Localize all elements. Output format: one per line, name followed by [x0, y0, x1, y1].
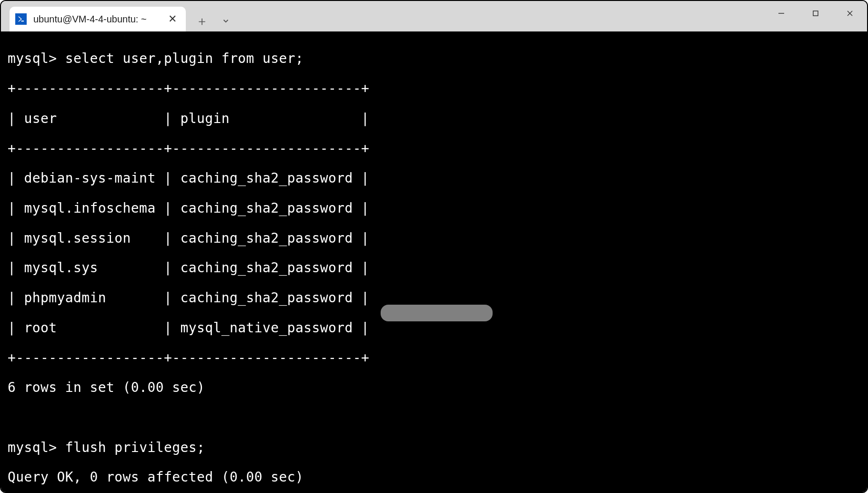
- table-row: | phpmyadmin | caching_sha2_password |: [8, 290, 860, 305]
- table-row: | mysql.session | caching_sha2_password …: [8, 231, 860, 246]
- chevron-down-icon: [222, 17, 230, 25]
- table-header: | user | plugin |: [8, 111, 860, 126]
- minimize-icon: [777, 10, 785, 17]
- close-tab-button[interactable]: ✕: [166, 12, 179, 26]
- table-row: | mysql.infoschema | caching_sha2_passwo…: [8, 201, 860, 216]
- new-tab-button[interactable]: ＋: [192, 10, 212, 31]
- table-row: | mysql.sys | caching_sha2_password |: [8, 260, 860, 275]
- term-line: mysql> select user,plugin from user;: [8, 51, 860, 66]
- table-border: +------------------+--------------------…: [8, 141, 860, 156]
- command: select user,plugin from user;: [65, 51, 303, 66]
- blank-line: [8, 410, 860, 425]
- redaction-overlay: [381, 305, 493, 321]
- minimize-button[interactable]: [764, 1, 798, 26]
- terminal-content[interactable]: mysql> select user,plugin from user; +--…: [1, 31, 867, 492]
- terminal-window: ubuntu@VM-4-4-ubuntu: ~ ✕ ＋: [0, 0, 868, 493]
- term-line: mysql> flush privileges;: [8, 440, 860, 455]
- close-icon: ✕: [168, 13, 177, 25]
- result-text: 6 rows in set (0.00 sec): [8, 380, 860, 395]
- tab-dropdown-button[interactable]: [215, 10, 236, 31]
- window-controls: [764, 1, 867, 26]
- powershell-icon: [15, 13, 27, 25]
- tab-active[interactable]: ubuntu@VM-4-4-ubuntu: ~ ✕: [10, 7, 186, 31]
- result-text: Query OK, 0 rows affected (0.00 sec): [8, 470, 860, 484]
- close-icon: [846, 10, 854, 17]
- plus-icon: ＋: [196, 13, 208, 30]
- table-row: | debian-sys-maint | caching_sha2_passwo…: [8, 171, 860, 185]
- command: flush privileges;: [65, 440, 205, 455]
- prompt: mysql>: [8, 440, 57, 455]
- tab-title: ubuntu@VM-4-4-ubuntu: ~: [33, 14, 159, 25]
- svg-rect-1: [813, 11, 818, 16]
- table-row: | root | mysql_native_password |: [8, 320, 860, 335]
- table-border: +------------------+--------------------…: [8, 350, 860, 365]
- prompt: mysql>: [8, 51, 57, 66]
- titlebar: ubuntu@VM-4-4-ubuntu: ~ ✕ ＋: [1, 1, 867, 31]
- table-border: +------------------+--------------------…: [8, 81, 860, 96]
- tab-strip: ubuntu@VM-4-4-ubuntu: ~ ✕ ＋: [1, 1, 236, 31]
- maximize-button[interactable]: [798, 1, 833, 26]
- close-window-button[interactable]: [833, 1, 867, 26]
- maximize-icon: [812, 10, 819, 17]
